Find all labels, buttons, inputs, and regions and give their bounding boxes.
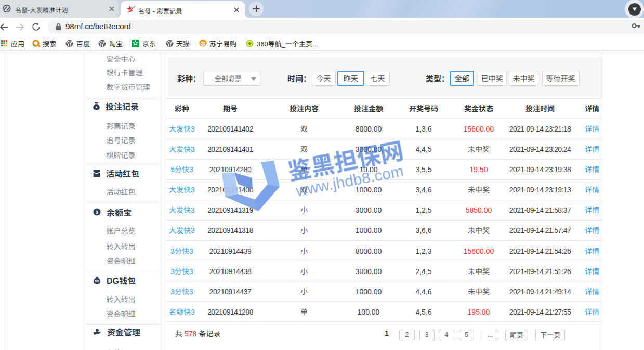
svg-text:DG: DG [95, 280, 99, 283]
svg-text:$: $ [96, 209, 99, 215]
